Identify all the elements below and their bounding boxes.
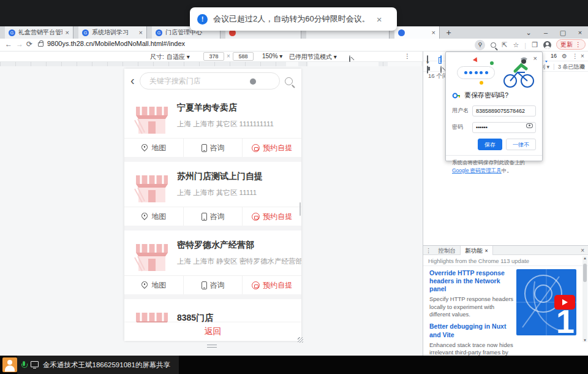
map-button[interactable]: 地图 — [124, 276, 184, 294]
store-address: 上海 上海市 静安区 密特罗德水产经营部 — [177, 257, 301, 266]
devtools-kebab-icon[interactable]: ⋮ — [572, 53, 578, 59]
highlight-body: Specify HTTP response headers locally to… — [429, 296, 514, 318]
window-menu-icon[interactable]: ⌄ — [521, 26, 537, 39]
store-name: 密特罗德水产经营部 — [177, 240, 254, 251]
pickup-button[interactable]: 预约自提 — [243, 276, 301, 294]
window-minimize-icon[interactable]: – — [538, 26, 554, 39]
save-button[interactable]: 保存 — [478, 139, 502, 150]
decor-green-dot — [490, 61, 494, 65]
media-query-segment — [286, 62, 298, 66]
store-card[interactable]: 宁夏羊肉专卖店 上海 上海市 其它区 1111111111 地图 咨询 预约自提 — [124, 93, 301, 157]
decor-yellow-dot — [480, 81, 483, 85]
profile-avatar[interactable] — [543, 41, 551, 49]
share-status-pill: 金禾通技术王斌18662591081的屏幕共享 — [17, 356, 179, 374]
issues-count-text[interactable]: 16 个问题 — [428, 72, 447, 80]
viewport-width-input[interactable] — [203, 52, 224, 61]
share-icon[interactable]: ⇱ — [502, 41, 507, 49]
drawer-kebab-icon[interactable]: ⋮ — [423, 246, 434, 255]
password-illustration — [452, 56, 536, 88]
tab-close-icon[interactable]: × — [66, 29, 69, 36]
highlight-link[interactable]: Override HTTP response headers in the Ne… — [429, 269, 514, 293]
drawer-close-icon[interactable]: × — [581, 247, 584, 254]
back-icon[interactable]: ← — [5, 40, 12, 48]
dimensions-select[interactable]: 自适应 ▾ — [167, 53, 190, 61]
reload-icon[interactable]: ⟳ — [26, 40, 32, 48]
omnibox[interactable]: 9800ys.th28.cn/MobileModNoMall.html#/ind… — [38, 40, 185, 47]
side-panel-icon[interactable]: ❒ — [532, 41, 538, 49]
scroll-up-icon[interactable]: ▲ — [582, 256, 587, 260]
chrome-update-button[interactable]: 更新 ⋮ — [556, 39, 586, 50]
toast-close-icon[interactable]: × — [377, 14, 382, 25]
consult-button[interactable]: 咨询 — [184, 276, 243, 294]
tab-gift-platform[interactable]: G 礼盒营销平台管理中心 × — [5, 26, 74, 39]
tab-close-icon[interactable]: × — [139, 29, 143, 36]
update-label: 更新 — [560, 40, 573, 49]
throttle-select[interactable]: 已停用节流模式 ▾ — [289, 53, 337, 61]
show-password-eye-icon[interactable] — [526, 123, 533, 128]
never-button[interactable]: 一律不 — [506, 139, 536, 150]
window-close-icon[interactable]: × — [572, 26, 588, 39]
menu-kebab-icon[interactable]: ⋮ — [575, 41, 581, 48]
consult-button[interactable]: 咨询 — [184, 139, 243, 157]
divider — [423, 265, 588, 266]
store-address: 上海 上海市 其它区 1111111111 — [177, 120, 274, 129]
password-manager-link[interactable]: Google 密码管理工具 — [452, 167, 502, 174]
return-button[interactable]: 返回 — [205, 326, 222, 337]
zoom-select[interactable]: 150% ▾ — [262, 53, 282, 59]
viewport-resize-grip[interactable] — [298, 337, 303, 343]
new-tab-button[interactable]: + — [443, 28, 454, 38]
viewport-drag-handle[interactable] — [207, 345, 217, 348]
store-card[interactable]: 密特罗德水产经营部 上海 上海市 静安区 密特罗德水产经营部 地图 咨询 预约自… — [124, 231, 301, 294]
back-chevron-icon[interactable]: ‹ — [130, 74, 135, 86]
media-query-segment — [388, 62, 421, 66]
tab-whats-new[interactable]: 新功能× — [460, 246, 493, 255]
card-gap — [124, 157, 301, 162]
media-query-segment — [308, 62, 379, 66]
zoom-icon[interactable] — [491, 42, 496, 48]
store-actions: 地图 咨询 预约自提 — [124, 207, 301, 226]
pickup-button[interactable]: 预约自提 — [243, 207, 301, 226]
store-card[interactable]: 苏州门店测试上门自提 上海 上海市 其它区 11111 地图 咨询 预约自提 — [124, 162, 301, 226]
tab-training[interactable]: G 系统培训学习 × — [78, 26, 147, 39]
password-key-icon[interactable]: ⚲ — [475, 40, 485, 50]
store-search-field[interactable] — [140, 72, 280, 90]
viewport-height-input[interactable] — [233, 52, 254, 61]
device-bar-kebab-icon[interactable]: ⋮ — [404, 53, 410, 59]
mobile-header: ‹ — [124, 69, 301, 93]
save-password-dialog: × 要保存密码吗? 用户名 — [445, 52, 543, 161]
console-settings-gear-icon[interactable]: ⚙ — [580, 63, 586, 70]
devtools-close-icon[interactable]: × — [581, 53, 584, 59]
url-text: 9800ys.th28.cn/MobileModNoMall.html#/ind… — [47, 40, 185, 47]
tab-console[interactable]: 控制台 — [434, 246, 461, 255]
username-input[interactable] — [472, 105, 536, 116]
microphone-icon — [21, 361, 26, 369]
tab-title: 礼盒营销平台管理中心 — [18, 28, 62, 37]
tab-close-icon[interactable]: × — [485, 248, 488, 254]
bookmark-star-icon[interactable]: ☆ — [513, 41, 519, 49]
tab-current[interactable]: × — [394, 26, 440, 39]
consult-button[interactable]: 咨询 — [184, 207, 243, 226]
tab-close-icon[interactable]: × — [432, 29, 435, 36]
scroll-down-icon[interactable]: ▼ — [582, 338, 587, 342]
highlight-link[interactable]: Better debugging in Nuxt and Vite — [429, 322, 514, 338]
divider: | — [553, 63, 555, 70]
drawer-scrollbar[interactable]: ▲ ▼ — [582, 256, 587, 342]
share-status-text: 金禾通技术王斌18662591081的屏幕共享 — [43, 361, 170, 370]
map-button[interactable]: 地图 — [124, 139, 184, 157]
window-maximize-icon[interactable]: ▢ — [555, 26, 571, 39]
pickup-button[interactable]: 预约自提 — [243, 139, 301, 157]
store-search-input[interactable] — [149, 77, 254, 85]
map-button[interactable]: 地图 — [124, 207, 184, 226]
scroll-thumb[interactable] — [583, 264, 587, 282]
search-icon[interactable] — [285, 77, 293, 85]
settings-gear-icon[interactable]: ⚙ — [562, 53, 567, 59]
whats-new-header: Highlights from the Chrome 113 update — [428, 258, 529, 264]
times-label: × — [227, 53, 230, 59]
dialog-title: 要保存密码吗? — [464, 91, 508, 100]
device-toolbar: 尺寸: 自适应 ▾ × 150% ▾ 已停用节流模式 ▾ ⋮ — [0, 52, 423, 62]
viewport-scrollbar[interactable] — [300, 202, 301, 216]
forward-icon[interactable]: → — [16, 40, 23, 48]
dialog-footer: 系统会将密码保存到此设备上的 Google 密码管理工具中。 — [446, 155, 542, 178]
drawer-tab-bar: ⋮ 控制台 新功能× × — [423, 246, 588, 255]
password-row: 密码 — [452, 121, 536, 133]
